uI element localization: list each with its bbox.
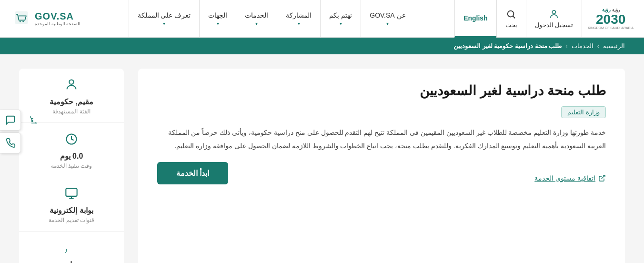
nav-right-section: رؤية رؤية 2030 KINGDOM OF SAUDI ARABIA ت… [454, 0, 639, 38]
breadcrumb: الرئيسية › الخدمات › طلب منحة دراسية حكو… [0, 38, 644, 54]
breadcrumb-sep-2: › [565, 42, 567, 50]
breadcrumb-home[interactable]: الرئيسية [603, 42, 625, 50]
riyal-icon: ﷼ [65, 241, 78, 257]
search-button[interactable]: بحث [496, 0, 526, 38]
svg-line-6 [602, 175, 605, 179]
start-service-button[interactable]: ابدأ الخدمة [157, 162, 228, 184]
sidebar-channel: بوابة إلكترونية قنوات تقديم الخدمة [19, 177, 124, 232]
login-button[interactable]: تسجيل الدخول [526, 0, 582, 38]
language-switcher[interactable]: English [454, 0, 496, 38]
main-nav-items: عن GOV.SA ▾ نهتم بكم ▾ المشاركة ▾ الخدما… [129, 0, 414, 38]
breadcrumb-current: طلب منحة دراسية حكومية لغير السعوديين [453, 42, 562, 50]
execution-time-value: 0.0 يوم [60, 152, 83, 161]
service-agreement-link[interactable]: اتفاقية مستوى الخدمة [534, 174, 606, 182]
chat-button[interactable]: أمر [0, 110, 21, 131]
vision-year: 2030 [596, 13, 625, 26]
service-title: طلب منحة دراسية لغير السعوديين [157, 83, 606, 99]
search-label: بحث [505, 21, 517, 29]
target-group-value: مقيم, حكومية [50, 97, 93, 106]
chat-label: أمر [30, 117, 37, 124]
fees-value: مجانية [61, 260, 81, 263]
nav-item-services[interactable]: الخدمات ▾ [236, 0, 277, 38]
nav-item-participation-label: المشاركة [286, 11, 312, 19]
sidebar-target-group: مقيم, حكومية الفئة المستهدفة [19, 69, 124, 123]
govsa-sub-text: الصفحة الوطنية الموحدة [35, 22, 80, 26]
clock-icon [65, 132, 78, 149]
service-detail: طلب منحة دراسية لغير السعوديين وزارة الت… [138, 69, 625, 263]
target-group-label: الفئة المستهدفة [52, 108, 90, 115]
breadcrumb-services[interactable]: الخدمات [572, 42, 594, 50]
vision-kingdom: KINGDOM OF SAUDI ARABIA [588, 26, 634, 30]
nav-item-kingdom-label: تعرف على المملكة [138, 11, 191, 19]
phone-icon [5, 138, 16, 148]
govsa-text-logo: GOV.SA الصفحة الوطنية الموحدة [35, 11, 80, 26]
monitor-icon [65, 187, 78, 203]
person-icon [549, 9, 559, 20]
sidebar-card: مقيم, حكومية الفئة المستهدفة 0.0 يوم وقت… [19, 69, 124, 263]
svg-point-7 [69, 80, 73, 84]
channel-label: قنوات تقديم الخدمة [49, 217, 94, 223]
chevron-down-icon: ▾ [163, 21, 165, 26]
sidebar-execution-time: 0.0 يوم وقت تنفيذ الخدمة [19, 123, 124, 177]
nav-item-care-label: نهتم بكم [329, 11, 352, 19]
breadcrumb-sep-1: › [597, 42, 599, 50]
nav-item-participation[interactable]: المشاركة ▾ [277, 0, 320, 38]
chevron-down-icon: ▾ [298, 21, 300, 26]
govsa-main-text: GOV.SA [35, 11, 74, 21]
execution-time-label: وقت تنفيذ الخدمة [51, 162, 92, 169]
svg-point-1 [508, 10, 514, 17]
channel-value: بوابة إلكترونية [50, 206, 93, 215]
english-label: English [463, 14, 488, 22]
top-navigation: رؤية رؤية 2030 KINGDOM OF SAUDI ARABIA ت… [0, 0, 644, 38]
nav-item-about-govsa-label: عن GOV.SA [370, 11, 405, 19]
svg-point-5 [22, 21, 24, 22]
agreement-link-text: اتفاقية مستوى الخدمة [534, 174, 595, 182]
chevron-down-icon: ▾ [217, 21, 219, 26]
login-label: تسجيل الدخول [535, 21, 574, 29]
vision-logo: رؤية رؤية 2030 KINGDOM OF SAUDI ARABIA [582, 0, 639, 38]
external-link-icon [598, 174, 606, 182]
govsa-logo: GOV.SA الصفحة الوطنية الموحدة [5, 0, 88, 38]
svg-point-0 [552, 10, 555, 13]
ministry-badge: وزارة التعليم [561, 106, 606, 118]
svg-point-4 [20, 21, 21, 22]
search-icon [506, 9, 516, 20]
main-content: طلب منحة دراسية لغير السعوديين وزارة الت… [0, 54, 644, 263]
side-buttons: أمر [0, 110, 21, 153]
nav-item-care[interactable]: نهتم بكم ▾ [320, 0, 361, 38]
chevron-down-icon: ▾ [255, 21, 258, 26]
nav-item-about-govsa[interactable]: عن GOV.SA ▾ [361, 0, 414, 38]
nav-item-entities[interactable]: الجهات ▾ [199, 0, 236, 38]
svg-text:﷼: ﷼ [65, 243, 67, 253]
nav-item-kingdom[interactable]: تعرف على المملكة ▾ [129, 0, 200, 38]
chevron-down-icon: ▾ [386, 21, 389, 26]
svg-rect-9 [66, 189, 77, 196]
chat-icon [5, 115, 16, 125]
svg-line-2 [513, 16, 515, 18]
service-description: خدمة طورتها وزارة التعليم مخصصة للطلاب غ… [157, 126, 606, 152]
person-icon [65, 78, 78, 94]
nav-item-entities-label: الجهات [208, 11, 227, 19]
cart-icon [13, 9, 30, 26]
chevron-down-icon: ▾ [340, 21, 342, 26]
nav-item-services-label: الخدمات [245, 11, 268, 19]
sidebar-fees: ﷼ مجانية رسوم الخدمة [19, 232, 124, 263]
phone-button[interactable] [0, 132, 21, 153]
cart-icon-wrapper[interactable] [13, 9, 30, 28]
